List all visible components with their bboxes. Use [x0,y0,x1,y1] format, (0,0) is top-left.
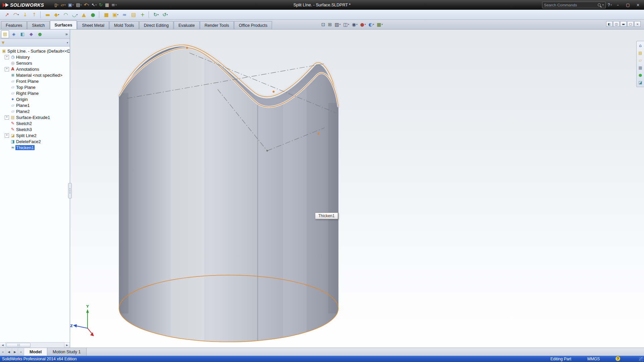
featuremanager-tab-button[interactable]: ● [36,30,44,38]
view-toolbar-button[interactable]: ▦▾ [376,21,384,28]
tree-item[interactable]: ▣ Split LIne. - Surface (Default<<De [0,48,70,54]
toolbar-button[interactable]: ◆▾ [52,10,61,19]
commandmanager-tab[interactable]: Render Tools [200,21,234,29]
featuremanager-tab-button[interactable]: ▤ [1,30,9,38]
dropdown-arrow-icon[interactable]: ▾ [373,23,374,26]
dropdown-arrow-icon[interactable]: ▾ [80,4,82,6]
document-window-button[interactable]: ◫ [613,21,620,27]
close-button[interactable]: × [634,2,642,8]
toolbar-button[interactable]: ↓ [21,10,30,19]
units-selector[interactable]: MMGS [587,357,600,361]
tree-item[interactable]: + ▤ Surface-Extrude1 [0,114,70,120]
toolbar-button[interactable]: ■ [102,10,111,19]
tree-item[interactable]: + A Annotations [0,66,70,72]
dropdown-arrow-icon[interactable]: ▾ [348,23,349,26]
dropdown-arrow-icon[interactable]: ▾ [72,4,74,6]
toolbar-button[interactable]: ≈ [120,10,129,19]
tree-item[interactable]: ▱ Right Plane [0,90,70,96]
task-pane-button[interactable]: ◪ [637,79,643,85]
filter-icon[interactable]: ▼ [2,41,4,45]
quick-toolbar-button[interactable]: ▯▾ [53,1,59,8]
dropdown-arrow-icon[interactable]: ▾ [57,4,59,6]
tree-item[interactable]: ◨ DeleteFace2 [0,138,70,144]
tab-scroll-last-icon[interactable]: » [18,348,24,356]
tree-item[interactable]: ✎ Sketch3 [0,126,70,132]
toolbar-button[interactable]: ● [89,10,97,19]
toolbar-button[interactable] [40,11,42,18]
toolbar-button[interactable]: ▤ [129,10,138,19]
tree-expand-toggle[interactable]: + [5,133,9,138]
view-toolbar-button[interactable]: ◐▾ [367,21,375,28]
tree-item[interactable]: ◎ Sensors [0,60,70,66]
search-icon[interactable] [598,3,601,6]
commandmanager-tab[interactable]: Features [1,21,27,29]
help-button[interactable]: ?▾ [608,3,612,7]
quick-tips-icon[interactable]: ? [615,356,620,361]
tree-expand-toggle[interactable]: + [5,55,9,59]
dropdown-arrow-icon[interactable]: ▾ [96,4,97,6]
view-toolbar-button[interactable]: ◉▾ [351,21,359,28]
dropdown-arrow-icon[interactable]: ▾ [381,23,383,26]
view-toolbar-button[interactable]: ⊡ [320,21,326,28]
tree-item[interactable]: ▱ Plane1 [0,102,70,108]
dropdown-arrow-icon[interactable]: ▾ [18,13,19,16]
tree-item[interactable]: ≈ Thicken1 [0,144,70,150]
task-pane-button[interactable]: ⌂ [637,43,643,49]
document-window-button[interactable]: ▬ [620,21,627,27]
toolbar-button[interactable]: ↗ [3,10,11,19]
dropdown-arrow-icon[interactable]: ▾ [356,23,358,26]
commandmanager-tab[interactable]: Direct Editing [139,21,173,29]
dropdown-arrow-icon[interactable]: ▾ [167,13,168,16]
view-toolbar-button[interactable]: ⊞ [327,21,333,28]
view-toolbar-button[interactable]: ▧▾ [333,21,341,28]
quick-toolbar-button[interactable]: ▤▾ [75,1,83,8]
featuremanager-tab-button[interactable]: ◧ [18,30,26,38]
commandmanager-tab[interactable]: Evaluate [174,21,200,29]
tree-item[interactable]: ✎ Sketch2 [0,120,70,126]
quick-toolbar-button[interactable]: ▣▾ [67,1,75,8]
document-window-button[interactable]: ◧ [606,21,612,27]
search-commands-box[interactable]: Search Commands ▾ [542,2,606,8]
tab-scroll-left-icon[interactable]: ◀ [6,348,12,356]
toolbar-button[interactable]: ↻▾ [152,10,160,19]
commandmanager-tab[interactable]: Sheet Metal [77,21,109,29]
tree-item[interactable]: ▱ Front Plane [0,78,70,84]
restore-button[interactable]: ▢ [624,2,632,8]
dropdown-arrow-icon[interactable]: ▾ [64,4,66,6]
quick-toolbar-button[interactable]: ▦ [104,1,110,8]
featuremanager-tab-button[interactable]: ◈ [10,30,18,38]
task-pane-button[interactable]: ● [637,72,643,78]
scroll-left-icon[interactable]: ◀ [0,343,6,348]
toolbar-button[interactable]: ◠ [61,10,70,19]
tree-item[interactable]: ≡ Material <not specified> [0,72,70,78]
workspace-tab[interactable]: Model [24,348,47,356]
workspace-tab[interactable]: Motion Study 1 [47,348,86,356]
commandmanager-tab[interactable]: Mold Tools [109,21,139,29]
featuremanager-tab-button[interactable]: ◆ [27,30,35,38]
tree-horizontal-scrollbar[interactable]: ◀ ▶ [0,342,70,348]
panel-expand-chevron[interactable]: » [65,32,69,37]
quick-toolbar-button[interactable]: ↶▾ [83,1,90,8]
dropdown-arrow-icon[interactable]: ▾ [158,13,159,16]
tree-expand-toggle[interactable]: + [5,115,9,120]
toolbar-button[interactable]: ▬ [43,10,52,19]
tree-item[interactable]: + ◷ History [0,54,70,60]
dropdown-arrow-icon[interactable]: ▾ [115,4,117,6]
tree-item[interactable]: ▱ Plane2 [0,108,70,114]
filter-dropdown-icon[interactable]: ▾ [67,41,68,44]
document-window-button[interactable]: ▢ [627,21,634,27]
dropdown-arrow-icon[interactable]: ▾ [365,23,366,26]
panel-splitter-handle[interactable] [68,183,72,198]
edge-vertex-point[interactable] [186,47,188,49]
edge-vertex-point[interactable] [273,90,275,93]
dropdown-arrow-icon[interactable]: ▾ [339,23,341,26]
toolbar-button[interactable] [99,11,100,18]
edge-vertex-point[interactable] [318,133,320,135]
toolbar-button[interactable]: ◡▾ [70,10,79,19]
commandmanager-tab[interactable]: Surfaces [50,20,77,29]
toolbar-button[interactable]: ↺▾ [161,10,169,19]
resize-grip-icon[interactable] [639,357,643,361]
scrollbar-thumb[interactable] [6,343,31,347]
toolbar-button[interactable]: ▣▾ [111,10,120,19]
dropdown-arrow-icon[interactable]: ▾ [76,13,78,16]
